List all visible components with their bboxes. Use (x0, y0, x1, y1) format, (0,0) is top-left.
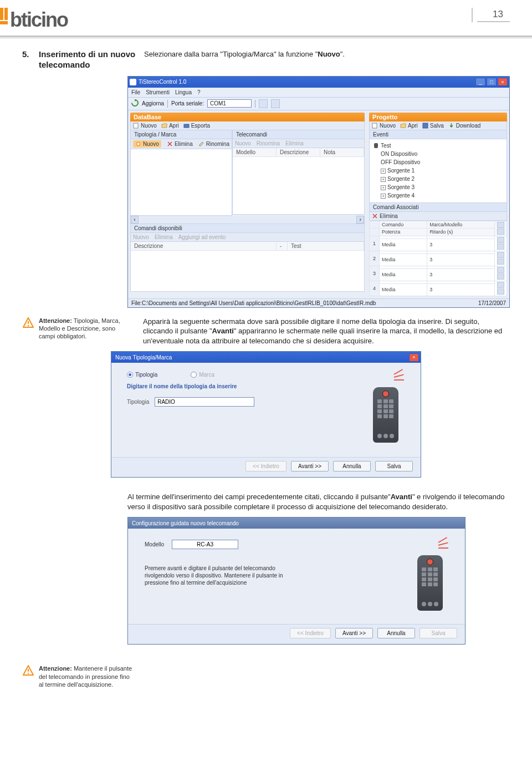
move-up-button[interactable] (497, 237, 504, 243)
doc-header: bticino 13 (0, 0, 532, 35)
remote-illustration (360, 372, 410, 449)
tipologia-header: Tipologia / Marca (130, 130, 232, 139)
move-down-button[interactable] (497, 273, 504, 280)
move-up-button[interactable] (497, 222, 504, 228)
telecomandi-elimina-button: Elimina (285, 140, 304, 146)
tipologia-elimina-button[interactable]: Elimina (167, 140, 193, 148)
menu-lingua[interactable]: Lingua (175, 89, 192, 95)
main-toolbar: Aggiorna Porta seriale: COM1 (128, 98, 509, 110)
zoom-out-button[interactable] (259, 99, 268, 108)
tipologia-list[interactable] (130, 149, 232, 216)
move-down-button[interactable] (497, 229, 504, 235)
progetto-panel: Progetto Nuovo Apri Salva Download Event… (367, 110, 509, 298)
annulla-button[interactable]: Annulla (377, 628, 415, 638)
status-date: 17/12/2007 (478, 300, 506, 306)
indietro-button: << Indietro (245, 461, 287, 471)
titlebar-text: TiStereoControl 1.0 (139, 79, 475, 85)
telecomandi-list[interactable]: Modello Descrizione Nota (232, 148, 365, 215)
page-number: 13 (472, 8, 510, 22)
comandi-nuovo-button: Nuovo (133, 234, 149, 240)
col-descrizione: Descrizione (277, 148, 320, 156)
move-down-button[interactable] (497, 258, 504, 265)
minimize-button[interactable]: _ (475, 78, 485, 86)
col-descrizione2: Descrizione (131, 242, 277, 250)
section-title: Inserimento di un nuovo telecomando (39, 49, 139, 70)
close-button[interactable]: × (409, 353, 419, 362)
paragraph-2: Al termine dell'inserimento dei campi pr… (0, 492, 532, 511)
menu-strumenti[interactable]: Strumenti (146, 89, 170, 95)
tree-item[interactable]: +Sorgente 2 (373, 175, 503, 183)
section-heading: 5. Inserimento di un nuovo telecomando S… (0, 49, 532, 70)
salva-button[interactable]: Salva (375, 461, 413, 471)
port-select[interactable]: COM1 (207, 99, 252, 108)
close-button[interactable]: × (498, 78, 508, 86)
section-description: Selezionare dalla barra "Tipologia/Marca… (139, 49, 510, 70)
prog-apri-button[interactable]: Apri (400, 123, 418, 129)
avanti-button[interactable]: Avanti >> (291, 461, 329, 471)
comandi-list[interactable]: Descrizione - Test (130, 242, 365, 292)
prog-nuovo-button[interactable]: Nuovo (372, 123, 396, 129)
maximize-button[interactable]: □ (487, 78, 497, 86)
zoom-in-button[interactable] (271, 99, 280, 108)
tree-item[interactable]: +Sorgente 3 (373, 183, 503, 191)
col-ritardo: Ritardo (s) (427, 229, 495, 236)
dialog3-buttons: << Indietro Avanti >> Annulla Salva (128, 624, 465, 644)
database-toolbar: Nuovo Apri Esporta (130, 121, 365, 130)
associati-elimina-button[interactable]: Elimina (372, 213, 398, 219)
svg-point-13 (28, 673, 29, 674)
telecomandi-rinomina-button: Rinomina (257, 140, 280, 146)
tipologia-rinomina-button[interactable]: Rinomina (198, 140, 229, 148)
move-up-button[interactable] (497, 252, 504, 258)
dialog3-instructions: Premere avanti e digitare il pulsante de… (145, 565, 289, 586)
svg-rect-8 (423, 123, 428, 128)
db-esporta-button[interactable]: Esporta (183, 123, 210, 129)
h-scrollbar[interactable]: ‹› (130, 216, 365, 224)
remote-icon (373, 143, 379, 149)
dialog2-buttons: << Indietro Avanti >> Annulla Salva (111, 457, 421, 477)
prog-salva-button[interactable]: Salva (422, 123, 444, 129)
svg-point-11 (28, 324, 29, 326)
svg-rect-4 (134, 123, 138, 128)
menu-help[interactable]: ? (197, 89, 201, 95)
tipologia-input[interactable] (155, 397, 254, 407)
tipologia-nuovo-button[interactable]: Nuovo (133, 140, 161, 148)
tree-item[interactable]: OFF Dispositivo (373, 158, 503, 166)
warning-required-fields: Attenzione: Tipologia, Marca, Modello e … (39, 317, 133, 341)
svg-rect-7 (372, 123, 377, 128)
warning-icon (22, 317, 34, 329)
telecomandi-header: Telecomandi (232, 130, 365, 139)
move-down-button[interactable] (497, 288, 504, 295)
port-label: Porta seriale: (171, 100, 204, 106)
statusbar: File:C:\Documents and Settings\All Users… (128, 298, 509, 307)
menu-file[interactable]: File (131, 89, 140, 95)
titlebar: TiStereoControl 1.0 _ □ × (128, 77, 509, 88)
db-apri-button[interactable]: Apri (161, 123, 179, 129)
modello-input[interactable] (172, 540, 238, 549)
salva-button: Salva (420, 628, 457, 638)
associati-toolbar: Elimina (369, 212, 507, 221)
prog-download-button[interactable]: Download (448, 123, 480, 129)
warning-icon (22, 665, 34, 677)
dialog3-titlebar: Configurazione guidata nuovo telecomando (128, 518, 465, 529)
move-down-button[interactable] (497, 244, 504, 250)
nuova-tipologia-dialog: Nuova Tipologia/Marca × Tipologia Marca … (111, 351, 421, 478)
col-potenza: Potenza (380, 229, 427, 236)
refresh-icon[interactable] (131, 99, 139, 108)
tree-item[interactable]: +Sorgente 1 (373, 166, 503, 175)
radio-marca: Marca (191, 372, 214, 378)
eventi-tree[interactable]: Test ON Dispositivo OFF Dispositivo +Sor… (369, 139, 507, 203)
tipologia-label: Tipologia (127, 399, 149, 405)
indietro-button: << Indietro (290, 628, 331, 638)
tree-item[interactable]: +Sorgente 4 (373, 191, 503, 200)
associati-table: Comando Marca/Modello Potenza Ritardo (s… (369, 221, 507, 296)
annulla-button[interactable]: Annulla (333, 461, 371, 471)
move-up-button[interactable] (497, 282, 504, 288)
db-nuovo-button[interactable]: Nuovo (133, 123, 157, 129)
tree-item[interactable]: ON Dispositivo (373, 150, 503, 158)
move-up-button[interactable] (497, 267, 504, 273)
avanti-button[interactable]: Avanti >> (335, 628, 373, 638)
radio-tipologia[interactable]: Tipologia (127, 372, 157, 378)
paragraph-1: Apparirà la seguente schermata dove sarà… (137, 317, 510, 346)
section-number: 5. (22, 49, 39, 70)
refresh-label[interactable]: Aggiorna (142, 100, 164, 106)
